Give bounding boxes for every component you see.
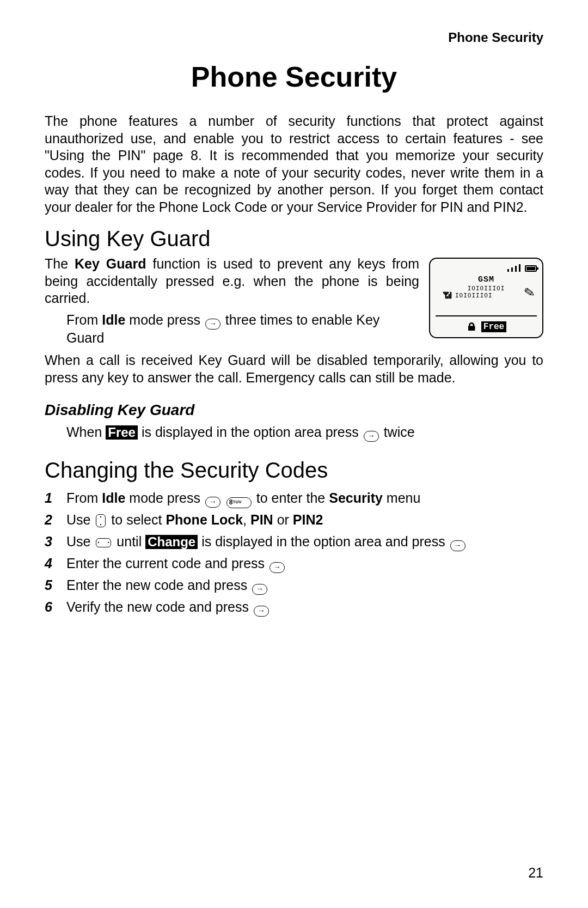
left-right-key-icon bbox=[96, 538, 111, 547]
signal-battery-icons bbox=[507, 264, 537, 272]
select-key-icon: → bbox=[364, 431, 379, 442]
phone-screen-illustration: GSM IOIOIIIOI 📶︎ IOIOIIIOI ✎ 🔒︎ Free bbox=[429, 258, 543, 338]
heading-using-key-guard: Using Key Guard bbox=[45, 227, 543, 251]
step-4: Enter the current code and press → bbox=[45, 552, 543, 574]
antenna-icon: 📶︎ bbox=[443, 290, 452, 301]
header-section-label: Phone Security bbox=[45, 30, 543, 45]
select-key-icon: → bbox=[450, 540, 465, 551]
gsm-label: GSM bbox=[478, 275, 494, 284]
free-label: Free bbox=[481, 321, 506, 332]
battery-icon bbox=[525, 265, 537, 272]
select-key-icon: → bbox=[252, 584, 267, 595]
heading-changing-security-codes: Changing the Security Codes bbox=[45, 458, 543, 483]
select-key-icon: → bbox=[205, 319, 220, 330]
steps-list: From Idle mode press → 8TUV to enter the… bbox=[45, 487, 543, 618]
select-key-icon: → bbox=[270, 562, 285, 573]
step-1: From Idle mode press → 8TUV to enter the… bbox=[45, 487, 543, 509]
lock-icon: 🔒︎ bbox=[466, 321, 477, 333]
up-down-key-icon bbox=[96, 514, 106, 527]
step-5: Enter the new code and press → bbox=[45, 574, 543, 596]
change-badge: Change bbox=[145, 535, 198, 549]
keyguard-paragraph-2: When a call is received Key Guard will b… bbox=[45, 352, 543, 386]
heading-disabling-key-guard: Disabling Key Guard bbox=[45, 401, 543, 419]
pencil-icon: ✎ bbox=[523, 284, 536, 301]
select-key-icon: → bbox=[254, 606, 269, 617]
step-6: Verify the new code and press → bbox=[45, 596, 543, 618]
chapter-title: Phone Security bbox=[45, 60, 543, 93]
disable-keyguard-instruction: When Free is displayed in the option are… bbox=[66, 422, 543, 443]
barcode-text-2: IOIOIIIOI bbox=[455, 292, 493, 299]
step-2: Use to select Phone Lock, PIN or PIN2 bbox=[45, 509, 543, 531]
intro-paragraph: The phone features a number of security … bbox=[45, 113, 543, 216]
key-8-icon: 8TUV bbox=[226, 497, 252, 508]
select-key-icon: → bbox=[205, 497, 220, 508]
page-number: 21 bbox=[528, 865, 543, 881]
free-badge: Free bbox=[106, 425, 138, 440]
step-3: Use until Change is displayed in the opt… bbox=[45, 531, 543, 552]
